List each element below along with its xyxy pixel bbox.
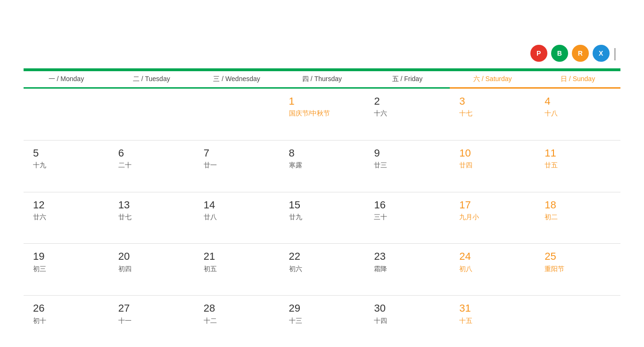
day-cell — [109, 89, 194, 140]
day-cell: 22初六 — [280, 244, 365, 295]
day-number: 20 — [118, 250, 130, 263]
day-cell: 15廿九 — [280, 192, 365, 244]
logo-b: B — [551, 45, 568, 62]
day-cell: 20初四 — [109, 244, 194, 295]
day-number: 14 — [204, 199, 215, 211]
lunar-text: 十五 — [459, 317, 472, 325]
lunar-text: 十一 — [118, 317, 132, 325]
week-row-5: 26初十27十一28十二29十三30十四31十五 — [24, 295, 620, 347]
day-cell: 27十一 — [109, 296, 194, 347]
day-cell: 16三十 — [364, 192, 450, 244]
day-number: 13 — [118, 199, 130, 211]
lunar-text: 国庆节/中秋节 — [289, 109, 330, 118]
calendar: 一 / Monday二 / Tuesday三 / Wednesday四 / Th… — [24, 68, 620, 347]
lunar-text: 廿六 — [33, 213, 46, 222]
lunar-text: 十九 — [33, 161, 46, 170]
day-cell: 11廿五 — [535, 140, 620, 192]
day-number: 10 — [459, 147, 471, 159]
col-header-wednesday: 三 / Wednesday — [194, 71, 280, 89]
lunar-text: 廿五 — [545, 161, 558, 170]
day-cell: 29十三 — [280, 296, 365, 347]
col-header-monday: 一 / Monday — [24, 71, 109, 89]
lunar-text: 廿四 — [459, 161, 472, 170]
day-number: 5 — [33, 147, 39, 159]
col-header-thursday: 四 / Thursday — [280, 71, 365, 89]
day-number: 24 — [459, 250, 471, 263]
day-cell — [24, 89, 109, 140]
lunar-text: 十七 — [459, 109, 472, 118]
week-row-3: 12廿六13廿七14廿八15廿九16三十17九月小18初二 — [24, 192, 620, 244]
lunar-text: 初五 — [204, 265, 217, 273]
day-number: 3 — [459, 95, 465, 107]
lunar-text: 十四 — [374, 317, 387, 325]
day-number: 4 — [545, 95, 550, 107]
day-number: 15 — [289, 199, 300, 211]
lunar-text: 寒露 — [289, 161, 302, 170]
day-number: 25 — [545, 250, 556, 263]
lunar-text: 初三 — [33, 265, 46, 273]
week-row-4: 19初三20初四21初五22初六23霜降24初八25重阳节 — [24, 243, 620, 295]
day-cell: 13廿七 — [109, 192, 194, 244]
lunar-text: 十二 — [204, 317, 217, 325]
lunar-text: 十三 — [289, 317, 302, 325]
day-cell: 21初五 — [194, 244, 280, 295]
day-cell: 6二十 — [109, 140, 194, 192]
lunar-text: 廿三 — [374, 161, 387, 170]
lunar-text: 霜降 — [374, 265, 387, 273]
lunar-text: 廿一 — [204, 161, 217, 170]
calendar-container: P B R X | 一 / Monday二 / Tuesday三 / Wedne… — [0, 0, 644, 347]
lunar-text: 廿九 — [289, 213, 302, 222]
day-number: 2 — [374, 95, 380, 107]
day-number: 8 — [289, 147, 295, 159]
logo-x: X — [593, 45, 610, 62]
day-number: 7 — [204, 147, 209, 159]
lunar-text: 重阳节 — [545, 265, 564, 273]
day-cell: 28十二 — [194, 296, 280, 347]
lunar-text: 十八 — [545, 109, 558, 118]
day-cell: 25重阳节 — [535, 244, 620, 295]
day-cell: 23霜降 — [364, 244, 450, 295]
day-number: 31 — [459, 302, 471, 314]
day-number: 16 — [374, 199, 385, 211]
day-cell: 18初二 — [535, 192, 620, 244]
lunar-text: 三十 — [374, 213, 387, 222]
lunar-text: 初十 — [33, 317, 46, 325]
logo-area: P B R X | — [530, 45, 620, 64]
col-header-tuesday: 二 / Tuesday — [109, 71, 194, 89]
day-cell: 24初八 — [450, 244, 535, 295]
day-number: 27 — [118, 302, 130, 314]
day-number: 11 — [545, 147, 556, 159]
day-number: 29 — [289, 302, 300, 314]
day-number: 1 — [289, 95, 295, 107]
week-rows: 1国庆节/中秋节2十六3十七4十八5十九6二十7廿一8寒露9廿三10廿四11廿五… — [24, 89, 620, 347]
day-cell: 5十九 — [24, 140, 109, 192]
day-cell: 19初三 — [24, 244, 109, 295]
day-number: 9 — [374, 147, 380, 159]
day-cell: 2十六 — [364, 89, 450, 140]
day-cell: 7廿一 — [194, 140, 280, 192]
day-cell: 8寒露 — [280, 140, 365, 192]
logo-divider: | — [613, 46, 617, 61]
day-cell: 12廿六 — [24, 192, 109, 244]
col-header-friday: 五 / Friday — [364, 71, 450, 89]
lunar-text: 二十 — [118, 161, 132, 170]
day-cell: 1国庆节/中秋节 — [280, 89, 365, 140]
day-cell: 4十八 — [535, 89, 620, 140]
logo-r: R — [572, 45, 589, 62]
day-number: 23 — [374, 250, 385, 263]
lunar-text: 初四 — [118, 265, 132, 273]
header: P B R X | — [24, 0, 620, 68]
day-number: 28 — [204, 302, 215, 314]
day-cell: 26初十 — [24, 296, 109, 347]
lunar-text: 廿八 — [204, 213, 217, 222]
week-row-1: 1国庆节/中秋节2十六3十七4十八 — [24, 89, 620, 140]
lunar-text: 廿七 — [118, 213, 132, 222]
day-cell: 17九月小 — [450, 192, 535, 244]
col-headers-wrapper: 一 / Monday二 / Tuesday三 / Wednesday四 / Th… — [24, 70, 620, 89]
day-number: 30 — [374, 302, 385, 314]
day-cell: 30十四 — [364, 296, 450, 347]
day-cell: 10廿四 — [450, 140, 535, 192]
day-cell: 14廿八 — [194, 192, 280, 244]
day-number: 17 — [459, 199, 471, 211]
day-cell — [535, 296, 620, 347]
